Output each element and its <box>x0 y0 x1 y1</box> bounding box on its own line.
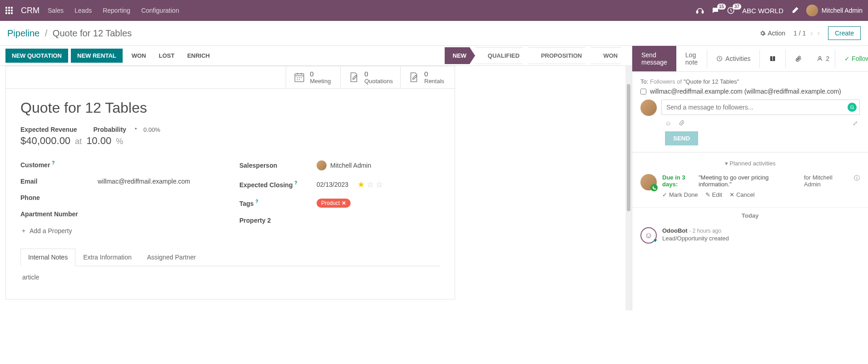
send-message-tab[interactable]: Send message <box>632 46 676 71</box>
pct-sign: % <box>116 137 123 146</box>
notebook-tabs: Internal Notes Extra Information Assigne… <box>20 249 440 266</box>
planned-activities-header[interactable]: ▾ Planned activities <box>632 157 868 170</box>
probability-pct: 0.00% <box>144 126 160 133</box>
tools-icon[interactable] <box>791 6 799 15</box>
cancel-activity-button[interactable]: ✕Cancel <box>729 191 754 198</box>
nav-configuration[interactable]: Configuration <box>141 7 179 14</box>
compose-input[interactable]: G <box>661 100 860 115</box>
nav-leads[interactable]: Leads <box>74 7 92 14</box>
email-value[interactable]: willmac@rediffmail.example.com <box>98 178 221 185</box>
recipient-text: willmac@rediffmail.example.com (willmac@… <box>650 88 841 95</box>
support-icon[interactable] <box>696 6 704 15</box>
recipient-checkbox[interactable] <box>640 89 646 95</box>
heart-icon: ♥ <box>654 237 657 244</box>
new-rental-button[interactable]: NEW RENTAL <box>71 49 123 63</box>
edit-doc-icon <box>348 71 360 83</box>
phone-badge-icon <box>650 184 658 191</box>
activity-icon[interactable]: 37 <box>727 6 735 15</box>
won-button[interactable]: WON <box>125 49 153 63</box>
status-bar: NEW QUOTATION NEW RENTAL WON LOST ENRICH… <box>0 46 632 66</box>
stage-won[interactable]: WON <box>590 47 626 64</box>
record-title[interactable]: Quote for 12 Tables <box>20 100 440 116</box>
nav-reporting[interactable]: Reporting <box>103 7 130 14</box>
apt-label: Apartment Number <box>20 210 98 218</box>
probability-value[interactable]: 10.00 <box>86 135 111 147</box>
add-property-button[interactable]: ＋ Add a Property <box>20 227 221 235</box>
stage-new[interactable]: NEW <box>445 47 475 64</box>
discuss-icon[interactable]: 15 <box>711 6 719 15</box>
stage-bar: NEW QUALIFIED PROPOSITION WON <box>445 47 626 64</box>
user-avatar-icon <box>806 5 818 16</box>
stat-rentals[interactable]: 0Rentals <box>400 66 455 88</box>
expand-icon[interactable]: ⤢ <box>853 120 858 127</box>
tab-extra-info[interactable]: Extra Information <box>75 249 139 266</box>
main-layout: NEW QUOTATION NEW RENTAL WON LOST ENRICH… <box>0 46 868 310</box>
info-icon[interactable]: ⓘ <box>854 174 860 188</box>
send-button[interactable]: SEND <box>665 131 698 145</box>
pager-next[interactable]: › <box>818 29 820 37</box>
tab-internal-notes[interactable]: Internal Notes <box>20 249 75 266</box>
activities-tab[interactable]: Activities <box>707 50 759 68</box>
at-label: at <box>75 137 82 146</box>
company-name[interactable]: ABC WORLD <box>742 7 784 15</box>
plus-icon: ＋ <box>20 227 27 235</box>
svg-point-4 <box>135 128 137 130</box>
breadcrumb: Pipeline / Quote for 12 Tables <box>7 28 132 39</box>
priority-star-2[interactable]: ☆ <box>367 180 374 189</box>
help-icon[interactable]: ? <box>52 160 55 165</box>
chatter: Send message Log note Activities 2 <box>632 46 868 310</box>
help-icon[interactable]: ? <box>294 180 297 185</box>
action-dropdown[interactable]: Action <box>759 30 785 37</box>
closing-label: Expected Closing <box>239 181 293 189</box>
tag-remove-icon[interactable]: ✕ <box>342 200 346 206</box>
tag-product[interactable]: Product ✕ <box>317 199 351 208</box>
help-icon[interactable]: ? <box>256 199 258 204</box>
app-brand[interactable]: CRM <box>21 6 40 15</box>
enrich-button[interactable]: ENRICH <box>181 49 216 63</box>
gear-icon[interactable] <box>133 125 139 132</box>
stat-meeting[interactable]: 0Meeting <box>286 66 340 88</box>
top-navbar: CRM Sales Leads Reporting Configuration … <box>0 0 868 21</box>
book-icon <box>769 55 776 62</box>
scrollbar[interactable] <box>625 66 632 310</box>
emoji-icon[interactable]: ☺ <box>665 120 671 127</box>
followers-count[interactable]: 2 <box>826 55 829 62</box>
closing-value[interactable]: 02/13/2023 <box>317 181 348 188</box>
create-button[interactable]: Create <box>828 26 861 40</box>
to-sub: Followers of <box>650 78 682 85</box>
attachment-button[interactable] <box>785 50 811 68</box>
following-button[interactable]: ✓ Following <box>835 50 868 68</box>
pager-value[interactable]: 1 / 1 <box>794 30 806 37</box>
knowledge-button[interactable] <box>759 50 785 68</box>
new-quotation-button[interactable]: NEW QUOTATION <box>5 49 68 63</box>
calendar-icon <box>293 71 305 83</box>
user-menu[interactable]: Mitchell Admin <box>806 5 863 16</box>
lost-button[interactable]: LOST <box>153 49 181 63</box>
customer-label: Customer <box>20 161 50 169</box>
nav-sales[interactable]: Sales <box>48 7 64 14</box>
breadcrumb-sep: / <box>45 28 48 38</box>
breadcrumb-root[interactable]: Pipeline <box>7 28 40 38</box>
tab-assigned-partner[interactable]: Assigned Partner <box>139 249 203 266</box>
stage-qualified[interactable]: QUALIFIED <box>475 47 528 64</box>
today-header: Today <box>632 208 868 224</box>
mark-done-button[interactable]: ✓Mark Done <box>662 191 698 198</box>
tab-content-notes[interactable]: article <box>20 266 440 288</box>
stage-proposition[interactable]: PROPOSITION <box>528 47 590 64</box>
apps-icon[interactable] <box>5 7 13 14</box>
stat-quotations[interactable]: 0Quotations <box>340 66 400 88</box>
check-icon: ✓ <box>662 191 667 198</box>
compose-text-field[interactable] <box>666 104 855 111</box>
priority-star-3[interactable]: ☆ <box>376 180 383 189</box>
activity-for: for Mitchell Admin <box>804 174 845 188</box>
email-label: Email <box>20 178 98 185</box>
log-note-tab[interactable]: Log note <box>676 46 707 71</box>
pager-prev[interactable]: ‹ <box>810 29 813 37</box>
priority-star-1[interactable]: ★ <box>357 180 365 189</box>
expected-revenue-value[interactable]: $40,000.00 <box>20 135 70 147</box>
grammarly-icon[interactable]: G <box>848 103 857 112</box>
user-name: Mitchell Admin <box>822 7 863 14</box>
edit-activity-button[interactable]: ✎Edit <box>705 191 722 198</box>
salesperson-value[interactable]: Mitchell Admin <box>317 160 440 170</box>
attach-icon[interactable] <box>679 120 685 127</box>
